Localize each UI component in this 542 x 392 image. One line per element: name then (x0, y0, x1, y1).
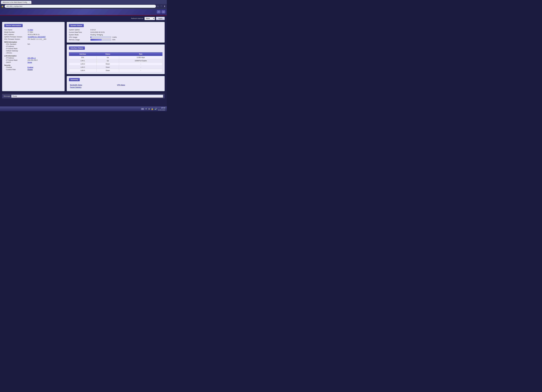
uptime-label: System Uptime: (69, 29, 90, 31)
bandwidth-status-link[interactable]: Bandwidth Status (69, 84, 115, 86)
table-row: LAN 3Down- (69, 66, 163, 69)
summary-links-left: Bandwidth Status Packet Statistics (69, 84, 115, 88)
lan-section-label: LAN Information (4, 55, 62, 57)
host-name-value[interactable]: P-793H (28, 29, 33, 31)
download-icon[interactable]: ⬇ (164, 5, 165, 8)
system-status-title: System Status (69, 24, 84, 27)
table-row: LAN 2Down- (69, 62, 163, 66)
message-bar: Message Ready (2, 94, 165, 98)
taskbar-lock-icon: 🔒 (151, 108, 153, 110)
memory-label: Memory Usage: (69, 39, 90, 41)
cell-status-2: Down (96, 62, 119, 66)
dsl-fw-label: DSL Firmware Version: (4, 38, 28, 40)
lan-subnet-label: - IP Subnet Mask: (5, 59, 27, 61)
dsl-fw-value: IFX Soc2U 1.1-1.5.2__003 (28, 38, 46, 40)
two-col-layout: Device Information Host Name: P-793H Mod… (2, 22, 165, 91)
memory-percent: 54% (112, 39, 115, 41)
packet-statistics-link[interactable]: Packet Statistics (69, 86, 115, 88)
vpn-status-link[interactable]: VPN Status (116, 84, 163, 86)
dhcp-value[interactable]: Server (27, 61, 32, 63)
col-interface: Interface (69, 52, 97, 56)
table-row: LAN 1Up100M/Full Duplex (69, 59, 163, 62)
content-filter-value[interactable]: Disable (27, 69, 33, 71)
host-name-label: Host Name: (4, 29, 28, 31)
toolbar-icons: ☆ ♡ ⬇ (157, 5, 165, 8)
cpu-progress-bg (90, 36, 111, 38)
wan-section-label: WAN Information (4, 41, 62, 43)
browser-tab[interactable]: Welcome to the Web-Based Config... × (1, 1, 31, 4)
cell-rate-0: 11392 kbps (119, 56, 163, 59)
summary-title: Summary (69, 78, 80, 81)
summary-panel: Summary Bandwidth Status Packet Statisti… (67, 76, 165, 91)
col-status: Status (96, 52, 119, 56)
zynos-value[interactable]: V3.40(RQ.3) | 03/13/2007 (28, 36, 46, 38)
security-section-label: Security (4, 64, 62, 66)
interface-status-panel: Interface Status Interface Status Rate D… (67, 44, 165, 74)
cell-status-4: Down (96, 69, 119, 72)
dhcp-label: - DHCP: (5, 61, 27, 63)
address-bar-row: 🔒 192.168.1.1/rpSys.html ☆ ♡ ⬇ (0, 4, 167, 9)
help-button[interactable]: ? (157, 10, 161, 13)
tab-title: Welcome to the Web-Based Config... (3, 1, 28, 3)
interface-table: Interface Status Rate DSLUp11392 kbpsLAN… (69, 52, 163, 72)
firewall-label: - Firewall: (5, 66, 27, 68)
browser-chrome: Welcome to the Web-Based Config... × 🔒 1… (0, 0, 167, 9)
app-header: ? ↩ (0, 9, 167, 15)
taskbar: EN ⬆ 🖥 🔒 🔊 14:42 03.06.2022 (0, 106, 167, 111)
table-row: LAN 4Down- (69, 69, 163, 72)
cpu-percent: 3.84% (112, 36, 117, 38)
dsl-standard-row: - DSL Standard: N/A (4, 43, 62, 45)
device-info-panel: Device Information Host Name: P-793H Mod… (2, 22, 65, 91)
refresh-select[interactable]: None 5 sec 10 sec 30 sec 60 sec (145, 17, 155, 20)
cell-interface-0: DSL (69, 56, 97, 59)
datetime-value: 01/01/2000 00:33:51 (90, 31, 163, 33)
col-rate: Rate (119, 52, 163, 56)
mac-row: MAC Address: 00:02:cf:86:3c:1c (4, 34, 62, 35)
uptime-value: 0:19:13 (90, 29, 163, 31)
system-status-grid: System Uptime: 0:19:13 Current Date/Time… (69, 29, 163, 41)
clock-date: 03.06.2022 (158, 109, 165, 111)
tab-close-button[interactable]: × (29, 2, 30, 3)
address-bar[interactable]: 192.168.1.1/rpSys.html (5, 5, 156, 8)
device-info-title: Device Information (4, 24, 23, 27)
dsl-standard-value: N/A (27, 43, 30, 45)
message-label: Message (4, 95, 10, 97)
lan-subnet-row: - IP Subnet Mask: 255.255.255.0 (4, 59, 62, 61)
taskbar-volume-icon: 🔊 (155, 108, 157, 110)
apply-button[interactable]: Apply (156, 17, 165, 20)
refresh-label: Refresh Interval: (131, 17, 143, 19)
wan-ip-row: - IP Address: (4, 45, 62, 47)
message-input: Ready (11, 95, 163, 98)
refresh-bar: Refresh Interval: None 5 sec 10 sec 30 s… (2, 17, 165, 20)
cell-rate-2: - (119, 62, 163, 66)
wan-subnet-row: - IP Subnet Mask: (4, 48, 62, 49)
address-text: 192.168.1.1/rpSys.html (6, 5, 22, 7)
content-filter-label: - Content Filter: (5, 69, 27, 71)
system-status-panel: System Status System Uptime: 0:19:13 Cur… (67, 22, 165, 43)
mode-value: Routing / Bridging (90, 34, 163, 36)
mode-label: System Mode: (69, 34, 90, 36)
cpu-usage-container: 3.84% (90, 36, 163, 38)
bookmark-icon[interactable]: ☆ (157, 5, 159, 8)
cell-rate-4: - (119, 69, 163, 72)
language-badge: EN (141, 108, 144, 110)
back-button[interactable]: ↩ (162, 10, 165, 13)
dsl-standard-label: - DSL Standard: (5, 43, 27, 45)
summary-links-right: VPN Status (116, 84, 163, 88)
cell-interface-2: LAN 2 (69, 62, 97, 66)
interface-status-title: Interface Status (69, 46, 85, 50)
firewall-value[interactable]: Enabled (27, 66, 33, 68)
taskbar-time: 14:42 03.06.2022 (158, 107, 165, 111)
vpivci-row: - VPI/VCI: (4, 52, 62, 54)
dsl-fw-row: DSL Firmware Version: IFX Soc2U 1.1-1.5.… (4, 38, 62, 40)
summary-links: Bandwidth Status Packet Statistics VPN S… (69, 83, 163, 89)
heart-icon[interactable]: ♡ (160, 5, 162, 8)
mac-value: 00:02:cf:86:3c:1c (28, 34, 40, 35)
cpu-progress-fill (91, 37, 91, 38)
model-number-label: Model Number: (4, 31, 28, 33)
firewall-row: - Firewall: Enabled (4, 66, 62, 68)
cell-status-0: Up (96, 56, 119, 59)
cell-rate-1: 100M/Full Duplex (119, 59, 163, 62)
cell-rate-3: - (119, 66, 163, 69)
lan-ip-value[interactable]: 192.168.1.1 (27, 57, 36, 59)
